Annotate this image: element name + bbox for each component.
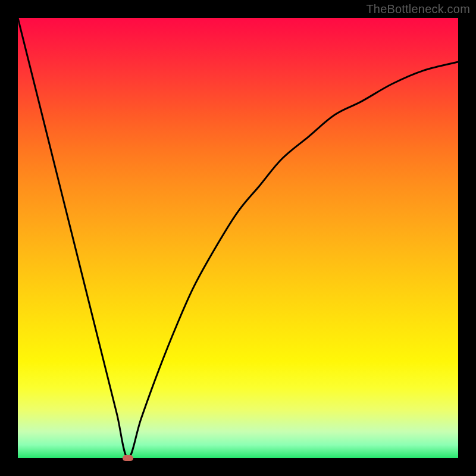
bottleneck-curve bbox=[18, 18, 458, 458]
watermark-text: TheBottleneck.com bbox=[366, 2, 470, 16]
marker-dot bbox=[123, 455, 133, 461]
curve-svg bbox=[18, 18, 458, 458]
chart-frame: TheBottleneck.com bbox=[0, 0, 476, 476]
plot-area bbox=[18, 18, 458, 458]
